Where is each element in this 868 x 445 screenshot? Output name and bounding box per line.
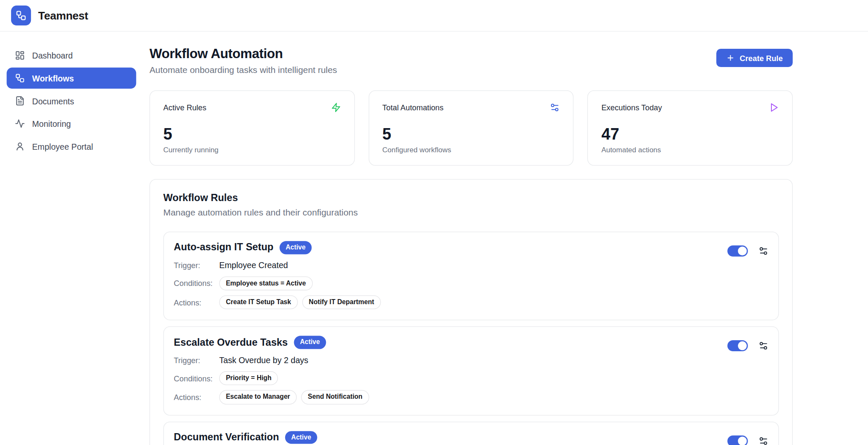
page-header: Workflow Automation Automate onboarding … — [150, 46, 793, 75]
actions-label: Actions: — [174, 298, 219, 307]
sidebar-item-label: Employee Portal — [32, 142, 93, 151]
rule-card: Escalate Overdue Tasks Active Trigger: T… — [163, 327, 779, 415]
main-content: Workflow Automation Automate onboarding … — [143, 31, 868, 445]
brand-logo — [11, 6, 31, 25]
topbar: Teamnest — [0, 0, 868, 31]
rule-enabled-toggle[interactable] — [727, 246, 748, 257]
trigger-value: Task Overdue by 2 days — [219, 355, 308, 365]
action-chip: Create IT Setup Task — [219, 295, 298, 309]
rule-status-badge: Active — [294, 336, 326, 349]
rule-name: Auto-assign IT Setup — [174, 242, 273, 253]
rules-panel-subtitle: Manage automation rules and their config… — [163, 208, 779, 218]
page-subtitle: Automate onboarding tasks with intellige… — [150, 65, 337, 76]
settings-2-icon — [758, 436, 768, 445]
conditions-label: Conditions: — [174, 374, 219, 383]
rule-settings-button[interactable] — [758, 436, 768, 445]
action-chip: Escalate to Manager — [219, 390, 297, 404]
stat-subtext: Automated actions — [601, 146, 779, 154]
sidebar-item-label: Workflows — [32, 73, 74, 83]
user-icon — [15, 141, 25, 151]
toggle-knob — [738, 437, 747, 445]
rule-status-badge: Active — [280, 241, 312, 254]
stat-label: Active Rules — [163, 103, 206, 112]
layout-dashboard-icon — [15, 50, 25, 61]
sidebar-item-label: Dashboard — [32, 51, 73, 60]
rule-list: Auto-assign IT Setup Active Trigger: Emp… — [163, 232, 779, 445]
brand-name: Teamnest — [38, 9, 88, 22]
rule-name: Document Verification — [174, 432, 279, 443]
rule-status-badge: Active — [285, 431, 317, 444]
settings-2-icon — [550, 103, 560, 113]
sidebar-item[interactable]: Monitoring — [7, 113, 136, 134]
stat-value: 47 — [601, 126, 779, 144]
trigger-label: Trigger: — [174, 355, 219, 364]
stat-label: Total Automations — [382, 103, 443, 112]
rule-card: Document Verification Active Trigger: Do… — [163, 422, 779, 445]
sidebar-item[interactable]: Employee Portal — [7, 136, 136, 157]
page-title: Workflow Automation — [150, 46, 337, 62]
sidebar: Dashboard Workflows Documents Mo — [0, 31, 143, 445]
zap-icon — [331, 103, 341, 113]
rule-name: Escalate Overdue Tasks — [174, 337, 288, 348]
sidebar-item-label: Documents — [32, 96, 74, 106]
rule-card: Auto-assign IT Setup Active Trigger: Emp… — [163, 232, 779, 320]
play-icon — [769, 103, 779, 113]
rule-enabled-toggle[interactable] — [727, 435, 748, 445]
trigger-value: Employee Created — [219, 260, 288, 270]
stat-card: Executions Today 47 Automated actions — [587, 90, 793, 166]
rule-enabled-toggle[interactable] — [727, 340, 748, 351]
file-text-icon — [15, 96, 25, 106]
activity-icon — [15, 119, 25, 129]
create-rule-button[interactable]: Create Rule — [716, 49, 793, 67]
settings-2-icon — [758, 246, 768, 256]
workflow-icon — [15, 73, 25, 83]
create-rule-label: Create Rule — [740, 53, 783, 62]
actions-label: Actions: — [174, 393, 219, 402]
sidebar-item-label: Monitoring — [32, 119, 71, 128]
condition-chip: Priority = High — [219, 371, 278, 385]
rule-settings-button[interactable] — [758, 246, 768, 256]
toggle-knob — [738, 341, 747, 350]
stat-card: Active Rules 5 Currently running — [150, 90, 355, 166]
sidebar-item[interactable]: Workflows — [7, 67, 136, 89]
workflow-icon — [16, 10, 27, 21]
stat-card: Total Automations 5 Configured workflows — [368, 90, 573, 166]
settings-2-icon — [758, 341, 768, 351]
condition-chip: Employee status = Active — [219, 276, 312, 290]
stat-value: 5 — [163, 126, 341, 144]
stat-subtext: Currently running — [163, 146, 341, 154]
sidebar-item[interactable]: Dashboard — [7, 45, 136, 66]
workflow-rules-panel: Workflow Rules Manage automation rules a… — [150, 179, 793, 445]
plus-icon — [726, 54, 735, 62]
toggle-knob — [738, 246, 747, 255]
stat-subtext: Configured workflows — [382, 146, 560, 154]
conditions-label: Conditions: — [174, 279, 219, 288]
stat-value: 5 — [382, 126, 560, 144]
trigger-label: Trigger: — [174, 261, 219, 270]
stat-label: Executions Today — [601, 103, 662, 112]
action-chip: Send Notification — [301, 390, 369, 404]
rule-settings-button[interactable] — [758, 341, 768, 351]
sidebar-item[interactable]: Documents — [7, 90, 136, 112]
stats-row: Active Rules 5 Currently running — [150, 90, 793, 166]
rules-panel-title: Workflow Rules — [163, 192, 779, 204]
app-viewport: Teamnest Dashboard Workflows — [0, 0, 868, 445]
action-chip: Notify IT Department — [302, 295, 381, 309]
